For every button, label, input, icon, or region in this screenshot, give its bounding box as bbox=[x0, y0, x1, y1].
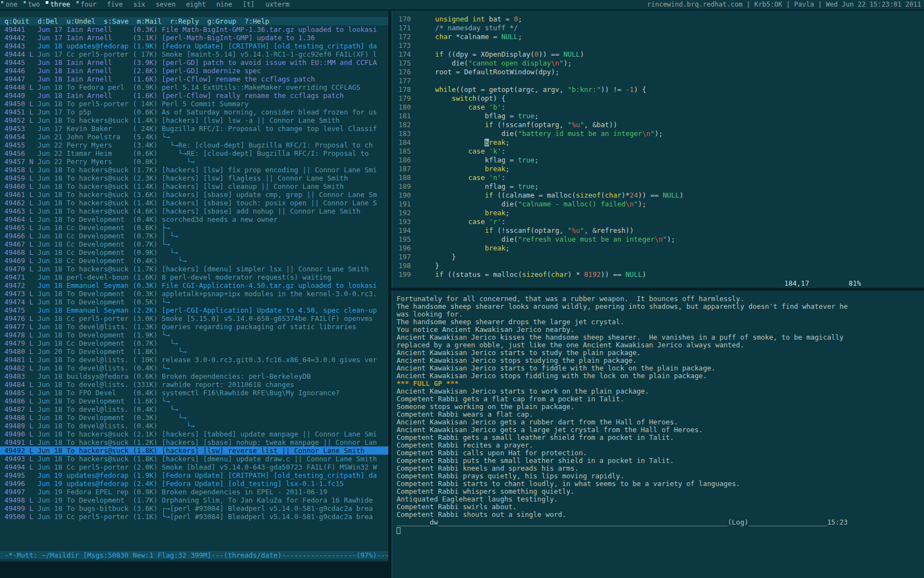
vim-line[interactable]: 195 die("refresh value must be an intege… bbox=[392, 235, 924, 244]
mutt-row[interactable]: 49482 L Jun 18 To devel@lists. (0.4K) └→ bbox=[0, 364, 388, 372]
mutt-row[interactable]: 49499 L Jun 18 To bugs-bitbuck (3.6K) ┌→… bbox=[0, 504, 388, 512]
mutt-row[interactable]: 49474 L Jun 18 To Development (0.5K) └→ bbox=[0, 298, 388, 306]
mutt-row[interactable]: 49490 L Jun 18 To hackers@suck (2.1K) [h… bbox=[0, 430, 388, 438]
vim-line[interactable]: 191 die("calname - malloc() failed\n"); bbox=[392, 200, 924, 209]
vim-line[interactable]: 189 nflag = true; bbox=[392, 182, 924, 191]
mutt-row[interactable]: 49492 L Jun 18 To hackers@suck (1.8K) [h… bbox=[0, 446, 388, 455]
vim-line[interactable]: 181 bflag = true; bbox=[392, 112, 924, 121]
vim-line[interactable]: 184 break;b bbox=[392, 138, 924, 147]
tag-one[interactable]: one bbox=[0, 0, 23, 9]
vim-line[interactable]: 186 kflag = true; bbox=[392, 156, 924, 165]
mutt-row[interactable]: 49484 L Jun 18 To devel@lists. (331K) ra… bbox=[0, 380, 388, 389]
mutt-row[interactable]: 49478 L Jun 18 To Development (1.9K) └→ bbox=[0, 331, 388, 339]
mutt-row[interactable]: 49445 Jun 18 Iain Arnell (3.9K) [perl-GD… bbox=[0, 58, 388, 67]
vim-line[interactable]: 177 bbox=[392, 77, 924, 85]
tag-four[interactable]: four bbox=[75, 0, 102, 9]
tag-nine[interactable]: nine bbox=[211, 0, 237, 9]
mutt-row[interactable]: 49494 L Jun 18 Cc perl5-porter (2.0K) Sm… bbox=[0, 463, 388, 471]
mud-input-line[interactable] bbox=[392, 527, 924, 536]
mutt-row[interactable]: 49493 L Jun 18 To hackers@suck (1.8K) [h… bbox=[0, 455, 388, 463]
vim-line[interactable]: 188 case 'n': bbox=[392, 173, 924, 182]
mutt-row[interactable]: 49491 L Jun 18 To hackers@suck (1.2K) [h… bbox=[0, 438, 388, 446]
mutt-row[interactable]: 49500 L Jun 19 Cc perl5-porter (1.1K) └→… bbox=[0, 512, 388, 521]
mutt-row[interactable]: 49448 L Jun 18 To Fedora perl (0.9K) per… bbox=[0, 83, 388, 91]
tag-five[interactable]: five bbox=[101, 0, 128, 9]
mutt-row[interactable]: 49442 Jun 17 Iain Arnell (3.1K) [perl-Ma… bbox=[0, 34, 388, 42]
vim-line[interactable]: 196 break; bbox=[392, 244, 924, 253]
mutt-row[interactable]: 49486 L Jun 18 To Development (1.6K) └→ bbox=[0, 397, 388, 405]
vim-line[interactable]: 198 } bbox=[392, 261, 924, 270]
mutt-row[interactable]: 49461 L Jun 18 To hackers@suck (3.6K) [h… bbox=[0, 190, 388, 199]
mutt-row[interactable]: 49489 L Jun 18 To devel@lists. (0.4K) └→ bbox=[0, 422, 388, 430]
vim-pane[interactable]: 170 unsigned int bat = 0;171 /* namesday… bbox=[392, 10, 924, 288]
mutt-row[interactable]: 49446 Jun 18 Iain Arnell (2.8K) [perl-GD… bbox=[0, 67, 388, 75]
mutt-row[interactable]: 49462 L Jun 18 To hackers@suck (1.4K) [h… bbox=[0, 199, 388, 207]
vim-line[interactable]: 193 case 'r': bbox=[392, 217, 924, 226]
mutt-row[interactable]: 49496 Jun 19 updates@fedorap (2.4K) [Fed… bbox=[0, 479, 388, 488]
mutt-row[interactable]: 49467 L Jun 18 Cc Development (0.7K) └→ bbox=[0, 240, 388, 248]
mutt-row[interactable]: 49485 L Jun 18 To FPO Devel (0.4K) syste… bbox=[0, 389, 388, 397]
mutt-row[interactable]: 49441 Jun 17 Iain Arnell (0.3K) File Mat… bbox=[0, 25, 388, 34]
mutt-pane[interactable]: q:Quit d:Del u:Undel s:Save m:Mail r:Rep… bbox=[0, 10, 388, 561]
mutt-row[interactable]: 49460 L Jun 18 To hackers@suck (1.4K) [h… bbox=[0, 182, 388, 190]
vim-line[interactable]: 175 die("cannot open display\n"); bbox=[392, 59, 924, 68]
mutt-row[interactable]: 49447 Jun 18 Iain Arnell (1.6K) [perl-Cf… bbox=[0, 75, 388, 83]
mutt-row[interactable]: 49468 L Jun 18 Cc Development (0.9K) └→ bbox=[0, 248, 388, 257]
vim-line[interactable]: 190 if ((calname = malloc(sizeof(char)*2… bbox=[392, 191, 924, 200]
vim-line[interactable]: 185 case 'k': bbox=[392, 147, 924, 156]
vim-line[interactable]: 197 } bbox=[392, 253, 924, 261]
mutt-row[interactable]: 49458 L Jun 18 To hackers@suck (1.7K) [h… bbox=[0, 166, 388, 174]
vim-line[interactable]: 171 /* namesday stuff */ bbox=[392, 24, 924, 32]
mutt-row[interactable]: 49444 L Jun 17 Cc perl5-porter ( 17K) Sm… bbox=[0, 50, 388, 58]
mutt-row[interactable]: 49453 Jun 17 Kevin Baker ( 24K) Bugzilla… bbox=[0, 124, 388, 133]
vim-line[interactable]: 183 die("battery id must be an integer\n… bbox=[392, 129, 924, 138]
vim-line[interactable]: 176 root = DefaultRootWindow(dpy); bbox=[392, 68, 924, 77]
tag-six[interactable]: six bbox=[128, 0, 150, 9]
mutt-row[interactable]: 49497 Jun 19 Fedora EPEL rep (0.9K) Brok… bbox=[0, 488, 388, 496]
vim-line[interactable]: 192 break; bbox=[392, 209, 924, 217]
mutt-row[interactable]: 49456 Jun 22 Itamar Heim (0.6K) └→RE: [c… bbox=[0, 149, 388, 157]
mutt-row[interactable]: 49480 L Jun 20 To Development (1.8K) └→ bbox=[0, 347, 388, 356]
mutt-row[interactable]: 49465 L Jun 18 Cc Development (0.6K) ├→ bbox=[0, 223, 388, 232]
vim-line[interactable]: 194 if (!sscanf(optarg, "%u", &refresh)) bbox=[392, 226, 924, 235]
mutt-row[interactable]: 49449 Jun 18 Iain Arnell (1.6K) [perl-Cf… bbox=[0, 91, 388, 100]
vim-line[interactable]: 173 bbox=[392, 41, 924, 50]
mutt-row[interactable]: 49471 Jun 18 perl-devel-boun (1.6K) 8 pe… bbox=[0, 273, 388, 281]
vim-line[interactable]: 180 case 'b': bbox=[392, 103, 924, 112]
mutt-row[interactable]: 49443 Jun 18 updates@fedorap (1.9K) [Fed… bbox=[0, 42, 388, 50]
vim-line[interactable]: 170 unsigned int bat = 0; bbox=[392, 15, 924, 24]
mutt-row[interactable]: 49459 L Jun 18 To hackers@suck (2.3K) [h… bbox=[0, 174, 388, 182]
mutt-row[interactable]: 49450 L Jun 18 To perl5-porter ( 14K) Pe… bbox=[0, 100, 388, 108]
tag-two[interactable]: two bbox=[23, 0, 45, 9]
mutt-row[interactable]: 49498 L Jun 19 To Development (1.7K) Orp… bbox=[0, 496, 388, 504]
mutt-row[interactable]: 49472 Jun 18 Emmanuel Seyman (0.3K) File… bbox=[0, 281, 388, 290]
mutt-row[interactable]: 49470 L Jun 18 To hackers@suck (1.7K) [h… bbox=[0, 265, 388, 273]
mutt-row[interactable]: 49487 L Jun 18 To devel@lists. (0.4K) └→ bbox=[0, 405, 388, 413]
mutt-row[interactable]: 49464 L Jun 18 To Development (0.4K) sco… bbox=[0, 215, 388, 223]
mutt-row[interactable]: 49466 L Jun 18 Cc Development (0.7K) │ └… bbox=[0, 232, 388, 240]
vim-line[interactable]: 187 break; bbox=[392, 165, 924, 173]
mutt-row[interactable]: 49454 Jun 21 John Poelstra (5.4K) └→ bbox=[0, 133, 388, 141]
mutt-row[interactable]: 49479 L Jun 18 Cc Development (0.7K) └→ bbox=[0, 339, 388, 347]
mutt-row[interactable]: 49469 L Jun 18 Cc Development (0.4K) └→ bbox=[0, 257, 388, 265]
vim-line[interactable]: 178 while((opt = getopt(argc, argv, "b:k… bbox=[392, 85, 924, 94]
tag-seven[interactable]: seven bbox=[150, 0, 180, 9]
mutt-row[interactable]: 49457 N Jun 22 Perry Myers (0.8K) └→ bbox=[0, 157, 388, 166]
mutt-row[interactable]: 49477 L Jun 18 To devel@lists. (1.3K) Qu… bbox=[0, 323, 388, 331]
mutt-row[interactable]: 49473 L Jun 18 To Development (0.3K) app… bbox=[0, 290, 388, 298]
vim-line[interactable]: 179 switch(opt) { bbox=[392, 94, 924, 103]
mud-pane[interactable]: Fortunately for all concerned, that was … bbox=[392, 291, 924, 578]
mutt-row[interactable]: 49455 Jun 22 Perry Myers (3.4K) └→Re: [c… bbox=[0, 141, 388, 149]
vim-line[interactable]: 174 if ((dpy = XOpenDisplay(0)) == NULL) bbox=[392, 50, 924, 59]
layout-symbol[interactable]: [t] bbox=[237, 0, 260, 9]
vim-line[interactable]: 182 if (!sscanf(optarg, "%u", &bat)) bbox=[392, 121, 924, 129]
vim-line[interactable]: 172 char *calname = NULL; bbox=[392, 32, 924, 41]
mutt-row[interactable]: 49476 L Jun 18 Cc perl5-porter (3.0K) Sm… bbox=[0, 314, 388, 323]
mutt-row[interactable]: 49463 L Jun 18 To hackers@suck (4.6K) [h… bbox=[0, 207, 388, 215]
mutt-row[interactable]: 49451 L Jun 17 To p5p (0.6K) As of Satur… bbox=[0, 108, 388, 116]
mutt-row[interactable]: 49495 Jun 19 updates@fedorap (1.9K) [Fed… bbox=[0, 471, 388, 479]
mutt-row[interactable]: 49481 L Jun 18 To devel@lists. ( 10K) re… bbox=[0, 356, 388, 364]
mutt-row[interactable]: 49488 L Jun 18 To Development (0.3K) └→ bbox=[0, 413, 388, 422]
tag-three[interactable]: three bbox=[45, 0, 75, 9]
vim-line[interactable]: 199 if ((status = malloc(sizeof(char) * … bbox=[392, 270, 924, 279]
